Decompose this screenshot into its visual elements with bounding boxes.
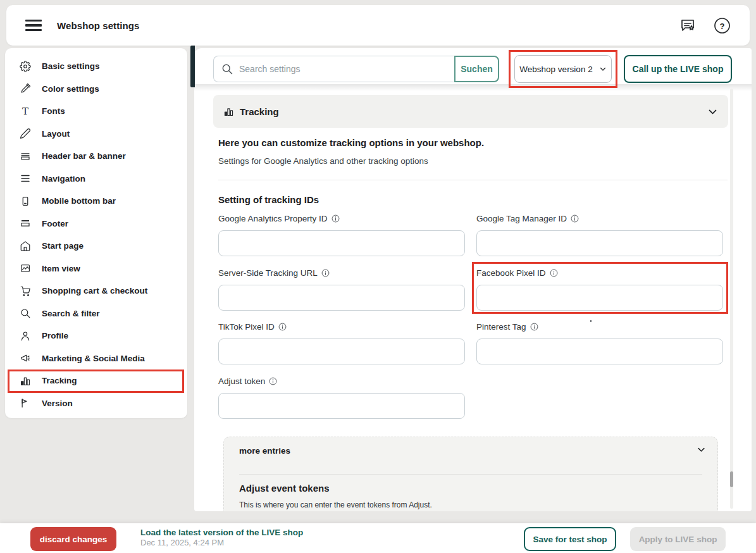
tiktok-pixel-id-input[interactable] xyxy=(218,339,465,364)
sidebar-item-profile[interactable]: Profile xyxy=(5,325,187,347)
color-pen-icon xyxy=(20,83,31,94)
footer-icon xyxy=(20,218,31,229)
pinterest-tag-input[interactable] xyxy=(476,339,723,364)
gear-icon xyxy=(20,61,31,72)
settings-search-box: Suchen xyxy=(213,56,499,82)
chevron-down-icon xyxy=(707,106,718,117)
dark-edge-strip xyxy=(190,46,195,87)
chevron-down-icon xyxy=(599,65,607,73)
load-live-version-link[interactable]: Load the latest version of the LIVE shop… xyxy=(140,527,303,548)
sidebar-item-tracking[interactable]: Tracking xyxy=(5,370,187,392)
chevron-down-icon[interactable] xyxy=(697,445,706,454)
field-label: Adjust token xyxy=(218,376,265,386)
feedback-icon[interactable] xyxy=(679,18,696,34)
tracking-ids-group-title: Setting of tracking IDs xyxy=(218,194,319,205)
field-server-side-tracking: Server-Side Tracking URL xyxy=(218,267,465,311)
scrollbar-thumb[interactable] xyxy=(730,471,733,487)
info-icon[interactable] xyxy=(269,377,277,385)
sidebar-item-cart-checkout[interactable]: Shopping cart & checkout xyxy=(5,280,187,302)
field-google-analytics: Google Analytics Property ID xyxy=(218,213,465,256)
adjust-token-input[interactable] xyxy=(218,393,465,419)
sidebar-item-label: Version xyxy=(42,399,73,408)
user-icon xyxy=(20,330,31,342)
field-facebook-pixel: Facebook Pixel ID xyxy=(476,267,723,311)
sidebar-item-label: Fonts xyxy=(42,106,65,116)
sidebar-item-marketing[interactable]: Marketing & Social Media xyxy=(5,347,187,370)
load-live-version-label: Load the latest version of the LIVE shop xyxy=(140,527,303,538)
save-test-shop-button[interactable]: Save for test shop xyxy=(524,527,616,551)
info-icon[interactable] xyxy=(530,323,538,331)
field-tiktok-pixel: TikTok Pixel ID xyxy=(218,321,465,364)
bar-chart-icon xyxy=(223,106,234,117)
sidebar-item-label: Profile xyxy=(42,331,68,340)
text-cursor-dot xyxy=(590,320,592,322)
sidebar-item-color-settings[interactable]: Color settings xyxy=(5,78,187,101)
action-bottom-bar: discard changes Load the latest version … xyxy=(0,523,756,553)
server-side-tracking-url-input[interactable] xyxy=(218,285,465,311)
adjust-event-tokens-heading: Adjust event tokens xyxy=(239,483,330,494)
search-input[interactable] xyxy=(213,56,454,82)
sidebar-item-header-bar[interactable]: Header bar & banner xyxy=(5,145,187,168)
home-icon xyxy=(20,240,31,252)
sidebar-item-basic-settings[interactable]: Basic settings xyxy=(5,55,187,78)
info-icon[interactable] xyxy=(550,269,558,277)
megaphone-icon xyxy=(20,352,31,364)
menu-lines-icon xyxy=(20,173,31,184)
mobile-icon xyxy=(20,196,31,207)
sidebar-item-label: Basic settings xyxy=(42,61,100,71)
pencil-icon xyxy=(20,128,31,139)
field-label: Pinterest Tag xyxy=(476,322,526,332)
tracking-section-title: Tracking xyxy=(240,106,279,117)
info-icon[interactable] xyxy=(332,214,340,223)
facebook-pixel-id-input[interactable] xyxy=(476,285,723,311)
field-pinterest-tag: Pinterest Tag xyxy=(476,321,723,364)
divider xyxy=(239,474,702,475)
sidebar-item-version[interactable]: Version xyxy=(5,392,187,415)
google-tag-manager-id-input[interactable] xyxy=(476,230,723,256)
adjust-event-tokens-description: This is where you can enter the event to… xyxy=(239,500,432,509)
discard-changes-button[interactable]: discard changes xyxy=(30,527,116,551)
search-icon xyxy=(221,63,233,75)
sidebar-item-navigation[interactable]: Navigation xyxy=(5,168,187,190)
more-entries-panel: more entries Adjust event tokens This is… xyxy=(223,437,718,511)
sidebar-item-layout[interactable]: Layout xyxy=(5,123,187,146)
webshop-version-select[interactable]: Webshop version 2 xyxy=(514,55,612,83)
header-bars-icon xyxy=(20,151,31,162)
page-title: Webshop settings xyxy=(57,20,140,31)
sidebar-item-search-filter[interactable]: Search & filter xyxy=(5,302,187,325)
sidebar-item-label: Start page xyxy=(42,241,84,251)
sidebar-item-label: Header bar & banner xyxy=(42,151,126,161)
sidebar-item-mobile-bottom-bar[interactable]: Mobile bottom bar xyxy=(5,190,187,213)
sidebar-item-footer[interactable]: Footer xyxy=(5,213,187,235)
sidebar-item-label: Footer xyxy=(42,219,68,228)
info-icon[interactable] xyxy=(321,269,330,277)
help-icon[interactable]: ? xyxy=(714,17,731,34)
search-submit-button[interactable]: Suchen xyxy=(454,56,499,82)
info-icon[interactable] xyxy=(278,323,287,331)
more-entries-toggle[interactable]: more entries xyxy=(239,446,290,456)
field-label: Server-Side Tracking URL xyxy=(218,268,318,278)
cart-icon xyxy=(20,285,31,297)
tracking-intro-subtitle: Settings for Google Analytics and other … xyxy=(218,156,428,166)
tracking-section-header[interactable]: Tracking xyxy=(213,95,728,128)
scrollbar-track[interactable] xyxy=(730,89,733,509)
field-label: Google Analytics Property ID xyxy=(218,214,328,223)
google-analytics-property-id-input[interactable] xyxy=(218,230,465,256)
webshop-version-value: Webshop version 2 xyxy=(519,65,592,74)
sidebar-item-fonts[interactable]: T Fonts xyxy=(5,100,187,123)
hamburger-menu-icon[interactable] xyxy=(25,20,42,32)
settings-sidebar: Basic settings Color settings T Fonts La… xyxy=(5,48,187,418)
sidebar-item-label: Color settings xyxy=(42,84,99,94)
sidebar-item-start-page[interactable]: Start page xyxy=(5,235,187,258)
load-live-version-timestamp: Dec 11, 2025, 4:24 PM xyxy=(140,538,303,548)
fonts-icon: T xyxy=(20,106,31,117)
image-icon xyxy=(20,263,31,274)
info-icon[interactable] xyxy=(571,214,579,223)
call-live-shop-button[interactable]: Call up the LIVE shop xyxy=(624,55,732,83)
svg-text:T: T xyxy=(22,106,28,117)
field-label: Facebook Pixel ID xyxy=(476,268,546,278)
apply-live-shop-button: Apply to LIVE shop xyxy=(630,527,726,551)
divider xyxy=(218,180,728,180)
sidebar-item-item-view[interactable]: Item view xyxy=(5,258,187,280)
svg-text:?: ? xyxy=(720,21,725,30)
